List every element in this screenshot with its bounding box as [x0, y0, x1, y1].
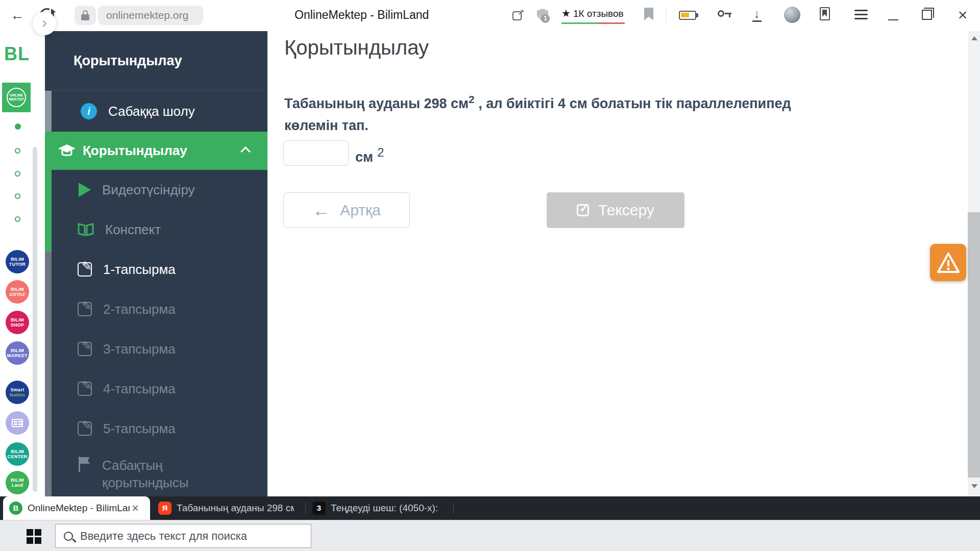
- rating-bar: [561, 22, 625, 24]
- progress-dot-active[interactable]: [15, 123, 21, 130]
- info-icon: i: [81, 103, 97, 119]
- window-title: OnlineMektep - BilimLand: [295, 8, 448, 22]
- problem-statement: Табанының ауданы 298 см2 , ал биіктігі 4…: [284, 88, 917, 137]
- sidebar-item-summary-active[interactable]: Қорытындылау: [45, 132, 267, 170]
- sidebar-item-notes[interactable]: Конспект: [45, 210, 267, 249]
- rail-item-apps[interactable]: [6, 411, 29, 435]
- screen: ← onlinemektep.org OnlineMektep - BilimL…: [0, 0, 980, 551]
- checkbox-icon: ✓: [577, 204, 589, 216]
- sidebar-item-overview[interactable]: i Сабаққа шолу: [45, 91, 267, 132]
- scroll-down-icon[interactable]: [971, 484, 977, 488]
- report-problem-button[interactable]: [930, 244, 966, 281]
- site-reviews[interactable]: ★1К отзывов: [561, 7, 628, 24]
- site-security-badge[interactable]: [75, 6, 96, 25]
- rail-item-bilimcenter[interactable]: BILIMCENTER: [6, 442, 29, 466]
- onlinemektep-icon: ONLINEMEKTEP: [7, 88, 26, 107]
- share-icon[interactable]: ↗: [509, 7, 527, 24]
- browser-tabstrip: B OnlineMektep - BilimLand × Я Табанының…: [0, 496, 980, 520]
- close-button[interactable]: ×: [953, 6, 972, 24]
- superscript: 2: [469, 93, 475, 105]
- sidebar-header: Қорытындылау: [45, 31, 267, 91]
- page-scrollbar[interactable]: [968, 31, 980, 496]
- tab-equation[interactable]: 3 Теңдеуді шеш: (4050-х): 3=: [306, 496, 450, 520]
- tab-onlinemektep-active[interactable]: B OnlineMektep - BilimLand ×: [3, 496, 150, 520]
- bookmarks-panel-icon[interactable]: [820, 7, 830, 20]
- book-icon: [78, 223, 94, 236]
- star-icon: ★: [561, 8, 571, 19]
- sidebar-collapse-handle[interactable]: ›: [33, 12, 56, 35]
- rail-item-onlinemektep[interactable]: ONLINEMEKTEP: [2, 83, 31, 112]
- maximize-button[interactable]: [922, 10, 932, 20]
- back-icon[interactable]: ←: [7, 5, 28, 26]
- pencil-icon: ✎: [78, 421, 92, 436]
- browser-toolbar: ← onlinemektep.org OnlineMektep - BilimL…: [0, 0, 980, 31]
- play-icon: [79, 183, 91, 197]
- battery-saver-icon[interactable]: [679, 11, 696, 20]
- rail-item-bilimland[interactable]: BILIMLand: [6, 471, 29, 494]
- tab-separator: [453, 502, 454, 514]
- rail-scrollbar[interactable]: [33, 147, 37, 492]
- profile-avatar[interactable]: [784, 7, 800, 23]
- progress-dot[interactable]: [15, 193, 20, 199]
- sidebar-item-lesson-summary[interactable]: Сабақтың қорытындысы: [45, 450, 267, 496]
- shield-badge: 1: [541, 14, 550, 23]
- pencil-icon: ✎: [78, 262, 92, 277]
- bilimland-logo: BL: [4, 43, 30, 65]
- search-input[interactable]: [80, 530, 295, 543]
- bookmark-icon[interactable]: [644, 8, 653, 20]
- progress-dot[interactable]: [15, 216, 20, 222]
- rail-item-smartnation[interactable]: SmartNation: [6, 381, 29, 404]
- pencil-icon: ✎: [78, 302, 92, 316]
- flag-icon: [78, 457, 91, 472]
- protect-shield-icon[interactable]: 1: [534, 7, 551, 24]
- rail-item-bilimmarket[interactable]: BILIMMARKET: [6, 341, 29, 365]
- tab-favicon: 3: [312, 502, 326, 515]
- address-bar[interactable]: onlinemektep.org: [98, 6, 203, 25]
- app-rail: BL ONLINEMEKTEP BILIMTUTOR BILIMUSTAZ BI…: [0, 31, 45, 496]
- back-button[interactable]: ← Артқа: [283, 192, 410, 228]
- tab-favicon: Я: [158, 502, 172, 515]
- apps-grid-icon: [12, 419, 23, 427]
- tab-close-icon[interactable]: ×: [132, 502, 139, 514]
- windows-taskbar: В. Я Y -20°C ∧ 2: [0, 520, 980, 551]
- menu-icon[interactable]: [854, 10, 868, 21]
- lesson-content: Қорытындылау Табанының ауданы 298 см2 , …: [267, 31, 968, 496]
- minimize-button[interactable]: [887, 9, 900, 21]
- lesson-sidebar: Қорытындылау i Сабаққа шолу Қорытындылау…: [45, 31, 267, 496]
- progress-dot[interactable]: [15, 148, 20, 154]
- start-button[interactable]: [27, 529, 42, 544]
- arrow-left-icon: ←: [312, 201, 330, 220]
- sidebar-item-task3[interactable]: ✎ 3-тапсырма: [45, 329, 267, 369]
- tab-separator: [305, 502, 306, 514]
- reviews-label: 1К отзывов: [573, 8, 624, 19]
- toolbar-divider: [666, 8, 666, 23]
- search-icon: [64, 532, 73, 541]
- unit-label: см2: [355, 145, 384, 165]
- warning-triangle-icon: [937, 252, 960, 273]
- chevron-up-icon: [240, 146, 251, 157]
- scrollbar-thumb[interactable]: [968, 212, 980, 478]
- downloads-icon[interactable]: ↓: [748, 6, 766, 23]
- sidebar-item-task5[interactable]: ✎ 5-тапсырма: [45, 409, 267, 448]
- extensions-key-icon[interactable]: [716, 7, 733, 24]
- rail-item-bilimustaz[interactable]: BILIMUSTAZ: [6, 280, 29, 304]
- sidebar-item-task4[interactable]: ✎ 4-тапсырма: [45, 369, 267, 409]
- page-title: Қорытындылау: [284, 36, 429, 59]
- pencil-icon: ✎: [78, 382, 92, 396]
- sidebar-item-task2[interactable]: ✎ 2-тапсырма: [45, 289, 267, 329]
- tab-search-result[interactable]: Я Табанының ауданы 298 см: [152, 496, 304, 520]
- tab-favicon: B: [9, 502, 22, 515]
- answer-input[interactable]: [283, 140, 349, 166]
- sidebar-item-video[interactable]: Видеотүсіндіру: [45, 170, 267, 210]
- scroll-up-icon[interactable]: [971, 36, 977, 40]
- sidebar-item-task1[interactable]: ✎ 1-тапсырма: [45, 249, 267, 289]
- taskbar-search[interactable]: [55, 524, 311, 548]
- graduation-cap-icon: [58, 144, 76, 158]
- rail-item-bilimtutor[interactable]: BILIMTUTOR: [6, 250, 29, 273]
- pencil-icon: ✎: [78, 342, 92, 356]
- check-button[interactable]: ✓ Тексеру: [547, 192, 684, 228]
- progress-dot[interactable]: [15, 171, 20, 177]
- rail-item-bilimshop[interactable]: BILIMSHOP: [6, 311, 29, 334]
